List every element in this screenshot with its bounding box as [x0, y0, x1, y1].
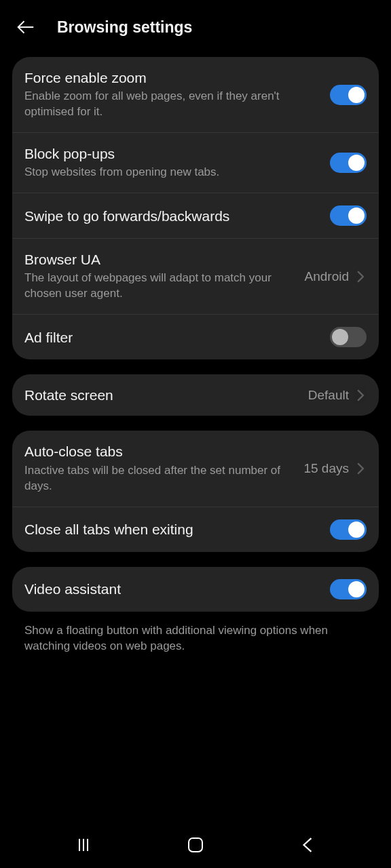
ad-filter-toggle[interactable]	[330, 327, 367, 347]
row-close-on-exit[interactable]: Close all tabs when exiting	[12, 507, 379, 552]
recents-button[interactable]	[56, 831, 111, 859]
row-browser-ua[interactable]: Browser UA The layout of webpages will a…	[12, 238, 379, 314]
chevron-right-icon	[354, 271, 367, 283]
settings-group-rotate: Rotate screen Default	[12, 374, 379, 416]
settings-group-tabs: Auto-close tabs Inactive tabs will be cl…	[12, 431, 379, 551]
video-assistant-title: Video assistant	[24, 580, 320, 597]
close-on-exit-title: Close all tabs when exiting	[24, 521, 320, 538]
row-rotate-screen[interactable]: Rotate screen Default	[12, 374, 379, 416]
force-zoom-toggle[interactable]	[330, 85, 367, 105]
force-zoom-subtitle: Enable zoom for all web pages, even if t…	[24, 89, 320, 120]
settings-group-video: Video assistant	[12, 567, 379, 612]
recents-icon	[75, 837, 92, 852]
back-icon	[301, 837, 314, 853]
close-on-exit-toggle[interactable]	[330, 519, 367, 540]
auto-close-value: 15 days	[303, 461, 349, 476]
browser-ua-value: Android	[305, 269, 350, 284]
auto-close-subtitle: Inactive tabs will be closed after the s…	[24, 463, 294, 494]
home-icon	[187, 836, 204, 854]
browser-ua-title: Browser UA	[24, 251, 295, 268]
content: Force enable zoom Enable zoom for all we…	[0, 54, 391, 827]
row-video-assistant[interactable]: Video assistant	[12, 567, 379, 612]
settings-group-browsing: Force enable zoom Enable zoom for all we…	[12, 57, 379, 359]
chevron-right-icon	[354, 389, 367, 401]
auto-close-title: Auto-close tabs	[24, 443, 294, 460]
back-button[interactable]	[15, 16, 37, 38]
arrow-left-icon	[16, 17, 36, 37]
row-swipe-nav[interactable]: Swipe to go forwards/backwards	[12, 193, 379, 238]
swipe-nav-title: Swipe to go forwards/backwards	[24, 208, 320, 224]
row-block-popups[interactable]: Block pop-ups Stop websites from opening…	[12, 132, 379, 193]
rotate-screen-title: Rotate screen	[24, 387, 299, 403]
home-button[interactable]	[168, 831, 223, 859]
force-zoom-title: Force enable zoom	[24, 69, 320, 86]
svg-rect-4	[189, 838, 202, 852]
block-popups-title: Block pop-ups	[24, 145, 320, 162]
page-title: Browsing settings	[57, 18, 192, 37]
header: Browsing settings	[0, 0, 391, 54]
block-popups-subtitle: Stop websites from opening new tabs.	[24, 165, 320, 180]
video-assistant-footnote: Show a floating button with additional v…	[12, 623, 379, 655]
row-auto-close-tabs[interactable]: Auto-close tabs Inactive tabs will be cl…	[12, 431, 379, 506]
back-nav-button[interactable]	[280, 831, 335, 859]
browser-ua-subtitle: The layout of webpages will adapt to mat…	[24, 271, 295, 302]
rotate-screen-value: Default	[308, 388, 349, 403]
system-nav-bar	[0, 827, 391, 868]
row-force-zoom[interactable]: Force enable zoom Enable zoom for all we…	[12, 57, 379, 132]
swipe-nav-toggle[interactable]	[330, 205, 367, 226]
ad-filter-title: Ad filter	[24, 329, 320, 346]
row-ad-filter[interactable]: Ad filter	[12, 314, 379, 359]
chevron-right-icon	[354, 462, 367, 475]
video-assistant-toggle[interactable]	[330, 579, 367, 599]
block-popups-toggle[interactable]	[330, 153, 367, 173]
